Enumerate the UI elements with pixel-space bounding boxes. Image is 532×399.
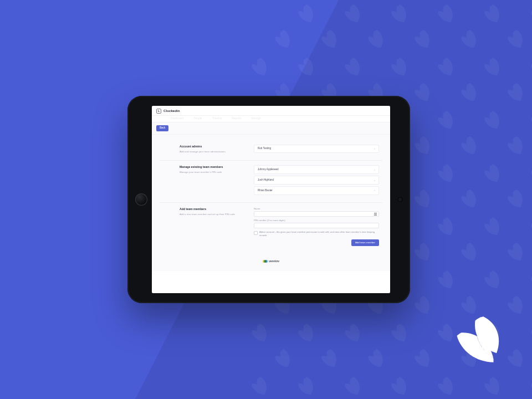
member-name: Rhian Bauter [258,189,273,192]
member-row[interactable]: Josh Highland › [254,176,379,185]
venntov-icon [263,260,268,263]
venntov-leaf-logo [448,311,509,372]
name-input[interactable] [254,211,379,217]
footer-brand-text: venntov [269,259,279,263]
tablet-camera [398,198,402,201]
section-account-admins: Account admins Add and manage your team … [160,140,382,161]
section-title: Manage existing team members [180,165,246,169]
member-name: Johnny Appleseed [258,168,279,171]
pin-input[interactable] [254,223,379,228]
nav-tab[interactable]: Reports [232,117,241,120]
nav-tab[interactable]: Dashboard [171,117,183,120]
footer-brand: venntov [160,252,382,267]
section-manage-members: Manage existing team members Manage your… [160,160,382,202]
admin-row[interactable]: Rob Testing › [254,145,379,154]
tablet-frame: Clockedin Dashboard People Timeline Repo… [127,96,410,303]
back-button[interactable]: Back [156,125,168,131]
chevron-right-icon: › [374,147,375,151]
member-row[interactable]: Rhian Bauter › [254,186,379,195]
pin-label: PIN number (4 or more digits) [254,219,379,222]
section-subtitle: Manage your team member's PIN code [180,171,238,174]
section-subtitle: Add and manage your team administrators [180,150,238,154]
app-title: Clockedin [163,109,180,113]
admin-checkbox-row[interactable]: Admin account - this gives your team mem… [254,231,379,237]
nav-tab[interactable]: People [193,117,202,120]
nav-tabs: Dashboard People Timeline Reports Settin… [152,116,390,122]
nav-tab[interactable]: Timeline [212,117,222,120]
app-screen: Clockedin Dashboard People Timeline Repo… [152,106,390,293]
admin-checkbox-label: Admin account - this gives your team mem… [259,231,379,237]
section-title: Add team members [180,207,246,211]
clock-icon [156,109,161,114]
chevron-right-icon: › [374,178,375,182]
member-name: Josh Highland [258,178,274,182]
section-title: Account admins [180,145,246,149]
nav-tab[interactable]: Settings [251,117,260,120]
chevron-right-icon: › [374,188,375,192]
admin-name: Rob Testing [258,147,271,150]
section-subtitle: Add a new team member and set up their P… [180,213,238,216]
contact-picker-icon[interactable] [374,213,377,216]
section-add-member: Add team members Add a new team member a… [160,202,382,252]
member-row[interactable]: Johnny Appleseed › [254,165,379,174]
checkbox-icon[interactable] [254,231,258,235]
tablet-home-button[interactable] [135,193,147,206]
chevron-right-icon: › [374,168,375,172]
add-team-member-button[interactable]: Add team member [351,239,379,246]
name-label: Name [254,207,379,211]
